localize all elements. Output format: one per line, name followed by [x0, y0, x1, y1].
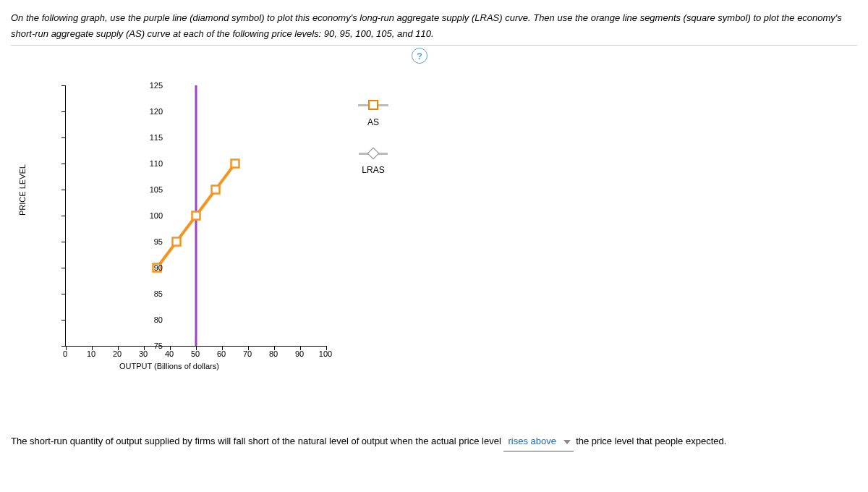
x-tick-label: 30 [139, 349, 148, 358]
legend-item-as[interactable]: AS [358, 100, 388, 127]
dropdown-selected: rises above [508, 436, 556, 446]
legend: AS LRAS [358, 100, 388, 197]
dash-icon [378, 104, 388, 106]
diamond-icon [367, 148, 380, 160]
plot-area[interactable] [65, 85, 326, 347]
sentence-part1: The short-run quantity of output supplie… [11, 436, 501, 446]
y-tick-label: 115 [141, 133, 163, 142]
x-tick-label: 90 [295, 349, 304, 358]
square-icon [368, 100, 378, 110]
y-tick-label: 120 [141, 107, 163, 116]
graph-container: ? PRICE LEVEL OUTPUT (Billions of dollar… [11, 64, 430, 411]
y-tick-label: 125 [141, 81, 163, 90]
y-tick-label: 90 [141, 263, 163, 272]
x-tick-label: 0 [63, 349, 67, 358]
as-point[interactable] [192, 212, 200, 220]
sentence-part2: the price level that people expected. [576, 436, 726, 446]
x-tick-label: 80 [269, 349, 278, 358]
as-point[interactable] [212, 186, 220, 194]
y-tick-label: 85 [141, 289, 163, 298]
x-tick-label: 100 [319, 349, 332, 358]
help-button[interactable]: ? [412, 48, 427, 64]
x-tick-label: 10 [87, 349, 95, 358]
x-tick-label: 50 [191, 349, 200, 358]
fill-in-sentence: The short-run quantity of output supplie… [11, 433, 857, 451]
x-axis-label: OUTPUT (Billions of dollars) [119, 362, 219, 370]
x-tick-label: 40 [165, 349, 174, 358]
x-tick-label: 20 [113, 349, 122, 358]
chevron-down-icon [563, 440, 571, 444]
answer-dropdown[interactable]: rises above [503, 433, 573, 451]
legend-item-lras[interactable]: LRAS [358, 149, 388, 175]
x-tick-label: 70 [243, 349, 252, 358]
plot-svg [66, 85, 326, 346]
y-tick-label: 110 [141, 159, 163, 168]
as-point[interactable] [231, 160, 239, 168]
x-tick-label: 60 [217, 349, 226, 358]
y-tick-label: 95 [141, 237, 163, 246]
legend-label-as: AS [358, 117, 388, 127]
y-tick-label: 100 [141, 211, 163, 220]
as-point[interactable] [173, 238, 181, 246]
y-axis-label: PRICE LEVEL [18, 164, 27, 216]
legend-label-lras: LRAS [358, 165, 388, 175]
y-tick-label: 80 [141, 315, 163, 324]
dash-icon [358, 104, 368, 106]
instructions-text: On the following graph, use the purple l… [11, 7, 857, 46]
y-tick-label: 105 [141, 185, 163, 194]
